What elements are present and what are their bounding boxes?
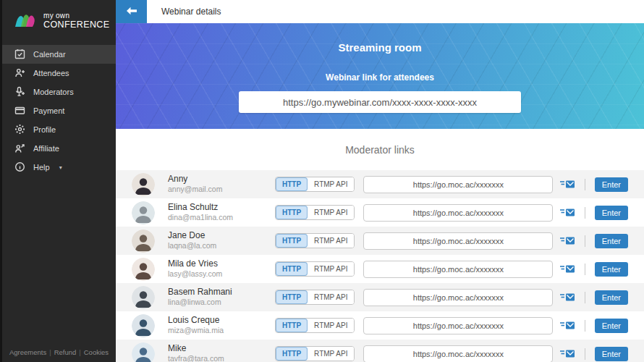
send-link-icon[interactable] bbox=[559, 320, 575, 331]
moderator-email: laqna@la.com bbox=[168, 241, 269, 251]
payment-icon bbox=[14, 105, 25, 117]
enter-button[interactable]: Enter bbox=[595, 234, 628, 248]
moderator-name: Louis Creque bbox=[168, 315, 269, 326]
http-toggle-button[interactable]: HTTP bbox=[276, 319, 308, 332]
moderator-identity: Mila de Vries lasy@lassy.com bbox=[168, 258, 269, 279]
sidebar-item-affiliate[interactable]: Affiliate bbox=[2, 139, 116, 158]
app-logo: my own CONFERENCE bbox=[2, 0, 116, 41]
http-toggle-button[interactable]: HTTP bbox=[276, 206, 308, 219]
sidebar-item-help[interactable]: Help ▾ bbox=[2, 158, 116, 177]
http-toggle-button[interactable]: HTTP bbox=[276, 290, 308, 304]
sidebar-nav: Calendar Attendees Moderato bbox=[2, 45, 116, 177]
moderator-link-input[interactable] bbox=[363, 204, 553, 222]
divider bbox=[585, 348, 585, 360]
sidebar-item-payment[interactable]: Payment bbox=[2, 101, 116, 120]
moderator-identity: Mike tavfra@tara.com bbox=[168, 343, 269, 362]
rtmp-api-toggle-button[interactable]: RTMP API bbox=[308, 347, 354, 361]
rtmp-api-toggle-button[interactable]: RTMP API bbox=[308, 319, 354, 332]
moderator-name: Basem Rahmani bbox=[168, 287, 269, 298]
avatar bbox=[132, 173, 155, 196]
enter-button[interactable]: Enter bbox=[595, 319, 628, 333]
attendees-icon bbox=[14, 67, 25, 80]
arrow-left-icon bbox=[126, 7, 137, 17]
moderator-link-input[interactable] bbox=[363, 345, 553, 362]
moderator-email: dina@ma1lina.com bbox=[168, 213, 269, 222]
http-toggle-button[interactable]: HTTP bbox=[276, 177, 308, 191]
send-link-icon[interactable] bbox=[559, 235, 575, 246]
enter-button[interactable]: Enter bbox=[595, 262, 628, 277]
send-link-icon[interactable] bbox=[559, 179, 575, 190]
agreements-link[interactable]: Agreements bbox=[9, 348, 46, 356]
sidebar-item-label: Help bbox=[33, 163, 50, 172]
enter-button[interactable]: Enter bbox=[595, 347, 628, 361]
moderator-identity: Jane Doe laqna@la.com bbox=[168, 230, 269, 251]
protocol-toggle: HTTP RTMP API bbox=[275, 261, 355, 277]
divider: | bbox=[49, 348, 51, 356]
protocol-toggle: HTTP RTMP API bbox=[275, 290, 355, 305]
moderator-link-input[interactable] bbox=[363, 289, 553, 306]
main-content: Webinar details Streaming room Webinar l… bbox=[116, 0, 644, 362]
rtmp-api-toggle-button[interactable]: RTMP API bbox=[308, 290, 354, 304]
divider bbox=[585, 320, 585, 332]
avatar bbox=[132, 286, 155, 309]
sidebar-item-label: Attendees bbox=[33, 69, 69, 77]
protocol-toggle: HTTP RTMP API bbox=[275, 318, 355, 333]
http-toggle-button[interactable]: HTTP bbox=[276, 347, 308, 361]
webinar-link-input[interactable] bbox=[239, 91, 521, 113]
send-link-icon[interactable] bbox=[559, 348, 575, 359]
moderator-row: Basem Rahmani lina@linwa.com HTTP RTMP A… bbox=[116, 283, 644, 311]
sidebar-item-label: Affiliate bbox=[33, 144, 59, 153]
sidebar-item-label: Calendar bbox=[33, 50, 66, 59]
refund-link[interactable]: Refund bbox=[54, 348, 77, 356]
moderator-link-input[interactable] bbox=[363, 176, 553, 193]
moderator-email: lina@linwa.com bbox=[168, 298, 269, 307]
moderator-row: Elina Schultz dina@ma1lina.com HTTP RTMP… bbox=[116, 198, 644, 227]
http-toggle-button[interactable]: HTTP bbox=[276, 234, 308, 248]
gear-icon bbox=[14, 124, 25, 136]
rtmp-api-toggle-button[interactable]: RTMP API bbox=[308, 262, 354, 276]
send-link-icon[interactable] bbox=[559, 207, 575, 218]
sidebar-footer: Agreements|Refund|Cookies bbox=[2, 348, 116, 356]
send-link-icon[interactable] bbox=[559, 292, 575, 303]
avatar bbox=[132, 342, 155, 362]
moderator-link-input[interactable] bbox=[363, 317, 553, 334]
moderator-name: Anny bbox=[168, 174, 269, 185]
sidebar: my own CONFERENCE Calendar bbox=[0, 0, 116, 362]
rtmp-api-toggle-button[interactable]: RTMP API bbox=[308, 206, 354, 219]
rtmp-api-toggle-button[interactable]: RTMP API bbox=[308, 177, 354, 191]
moderator-identity: Anny anny@mail.com bbox=[168, 174, 269, 194]
sidebar-item-attendees[interactable]: Attendees bbox=[2, 64, 116, 83]
sidebar-item-profile[interactable]: Profile bbox=[2, 120, 116, 139]
calendar-icon bbox=[14, 49, 25, 61]
logo-icon bbox=[14, 10, 38, 32]
enter-button[interactable]: Enter bbox=[595, 206, 628, 220]
banner-title: Streaming room bbox=[116, 23, 644, 54]
rtmp-api-toggle-button[interactable]: RTMP API bbox=[308, 234, 354, 248]
chevron-down-icon: ▾ bbox=[59, 164, 62, 171]
divider bbox=[585, 264, 585, 275]
divider: | bbox=[79, 348, 80, 356]
back-button[interactable] bbox=[116, 0, 147, 23]
moderator-link-input[interactable] bbox=[363, 261, 553, 278]
logo-text: my own CONFERENCE bbox=[43, 12, 110, 30]
sidebar-item-label: Moderators bbox=[33, 88, 74, 96]
divider bbox=[585, 235, 585, 247]
cookies-link[interactable]: Cookies bbox=[84, 348, 109, 356]
protocol-toggle: HTTP RTMP API bbox=[275, 233, 355, 248]
sidebar-item-moderators[interactable]: Moderators bbox=[2, 83, 116, 101]
protocol-toggle: HTTP RTMP API bbox=[275, 205, 355, 220]
avatar bbox=[132, 230, 155, 253]
protocol-toggle: HTTP RTMP API bbox=[275, 177, 355, 192]
sidebar-item-calendar[interactable]: Calendar bbox=[2, 45, 116, 64]
affiliate-icon bbox=[14, 143, 25, 155]
http-toggle-button[interactable]: HTTP bbox=[276, 262, 308, 276]
avatar bbox=[132, 258, 155, 281]
moderator-row: Jane Doe laqna@la.com HTTP RTMP API Ente… bbox=[116, 227, 644, 255]
enter-button[interactable]: Enter bbox=[595, 290, 628, 305]
enter-button[interactable]: Enter bbox=[595, 177, 628, 192]
moderator-email: lasy@lassy.com bbox=[168, 269, 269, 279]
moderator-link-input[interactable] bbox=[363, 232, 553, 250]
topbar: Webinar details bbox=[116, 0, 644, 23]
avatar bbox=[132, 201, 155, 224]
send-link-icon[interactable] bbox=[559, 264, 575, 274]
